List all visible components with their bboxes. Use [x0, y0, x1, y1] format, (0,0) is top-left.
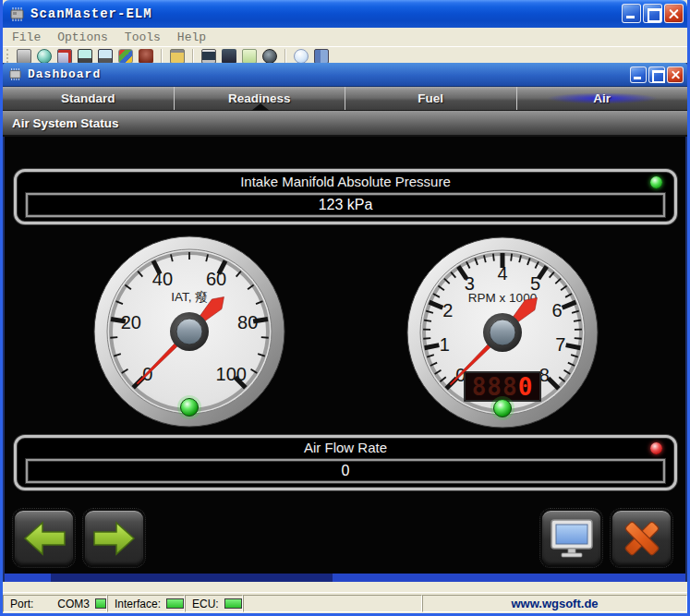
device-icon[interactable]	[222, 49, 236, 64]
interface-status-indicator	[166, 598, 184, 609]
map-panel-led	[650, 176, 662, 188]
svg-text:20: 20	[121, 312, 141, 332]
svg-text:2: 2	[442, 300, 453, 320]
save-icon[interactable]	[57, 49, 72, 64]
svg-text:7: 7	[555, 334, 565, 355]
airflow-panel-led	[650, 442, 662, 454]
book-icon[interactable]	[314, 49, 329, 64]
clipboard-icon[interactable]	[170, 49, 185, 64]
windows-icon[interactable]	[118, 49, 133, 64]
status-empty-panel	[243, 595, 422, 612]
monitor-button[interactable]	[540, 509, 602, 567]
bottom-strip-segment	[51, 574, 333, 582]
status-interface-panel: Interface:	[107, 595, 185, 612]
close-icon[interactable]	[664, 4, 684, 23]
port-label: Port:	[10, 598, 33, 610]
toolbar-separator	[192, 49, 194, 63]
ecu-label: ECU:	[192, 598, 219, 610]
map-panel-value: 123 kPa	[26, 193, 665, 217]
monitor-icon[interactable]	[78, 49, 92, 64]
info-icon[interactable]	[294, 49, 309, 64]
screen-icon[interactable]	[201, 49, 216, 64]
display-icon[interactable]	[98, 49, 113, 64]
exit-button[interactable]	[611, 509, 672, 567]
dashboard-bottom-strip	[5, 574, 685, 582]
titlebar: ScanMaster-ELM	[3, 0, 687, 28]
dashboard-window: Dashboard Standard Readiness Fuel Air Ai…	[3, 63, 687, 582]
tab-air[interactable]: Air	[516, 87, 688, 110]
ecu-status-indicator	[224, 598, 242, 609]
svg-text:40: 40	[152, 269, 173, 289]
dashboard-content: Intake Manifold Absolute Pressure 123 kP…	[5, 137, 685, 574]
pointer-triangle-icon	[251, 103, 270, 111]
dashboard-titlebar: Dashboard	[3, 63, 687, 87]
map-panel: Intake Manifold Absolute Pressure 123 kP…	[14, 169, 677, 224]
toolbar-separator	[161, 49, 163, 63]
airflow-panel: Air Flow Rate 0	[14, 435, 677, 490]
airflow-panel-value: 0	[26, 459, 665, 483]
svg-text:100: 100	[216, 364, 247, 384]
section-header: Air System Status	[3, 111, 687, 137]
status-ecu-panel: ECU:	[185, 595, 243, 612]
airflow-panel-title: Air Flow Rate	[17, 438, 674, 458]
dashboard-minimize-icon[interactable]	[630, 66, 647, 83]
svg-text:60: 60	[206, 269, 226, 289]
app-window: ScanMaster-ELM File Options Tools Help D…	[0, 0, 690, 616]
svg-text:IAT, 癈: IAT, 癈	[171, 290, 208, 304]
prev-button[interactable]	[13, 509, 75, 567]
trash-icon[interactable]	[17, 49, 31, 64]
user-icon[interactable]	[139, 49, 153, 64]
card-icon[interactable]	[242, 49, 257, 64]
statusbar: Port: COM3 Interface: ECU: www.wgsoft.de	[3, 592, 687, 613]
interface-label: Interface:	[115, 598, 161, 610]
svg-text:4: 4	[497, 263, 507, 284]
dashboard-title: Dashboard	[28, 67, 101, 81]
right-arrow-icon	[92, 520, 137, 557]
tabbar: Standard Readiness Fuel Air	[3, 87, 687, 111]
status-port-panel: Port: COM3	[3, 595, 107, 612]
iat-gauge: 020406080100IAT, 癈	[91, 234, 287, 429]
menu-options[interactable]: Options	[49, 30, 116, 44]
app-title: ScanMaster-ELM	[30, 6, 152, 21]
tab-fuel[interactable]: Fuel	[345, 87, 516, 110]
globe-icon[interactable]	[37, 49, 52, 64]
status-website-panel: www.wgsoft.de	[422, 595, 687, 612]
rpm-gauge: 012345678RPM x 10008880	[405, 235, 600, 430]
menu-file[interactable]: File	[3, 30, 49, 44]
tab-standard[interactable]: Standard	[3, 87, 174, 110]
map-panel-title: Intake Manifold Absolute Pressure	[17, 172, 674, 192]
toolbar	[3, 46, 687, 64]
minimize-icon[interactable]	[622, 4, 641, 23]
svg-text:1: 1	[440, 334, 450, 355]
port-status-indicator	[95, 598, 106, 609]
port-value: COM3	[57, 598, 90, 610]
section-title: Air System Status	[12, 116, 119, 130]
app-chip-icon	[9, 7, 25, 21]
menu-tools[interactable]: Tools	[116, 30, 169, 44]
menubar: File Options Tools Help	[3, 28, 687, 46]
toolbar-grip[interactable]	[6, 49, 9, 63]
left-arrow-icon	[22, 520, 67, 557]
dashboard-close-icon[interactable]	[667, 66, 684, 83]
dashboard-maximize-icon[interactable]	[648, 66, 665, 83]
maximize-icon[interactable]	[643, 4, 662, 23]
menu-help[interactable]: Help	[169, 30, 214, 44]
website-link: www.wgsoft.de	[511, 597, 598, 610]
x-close-icon	[621, 517, 663, 560]
wheel-icon[interactable]	[262, 49, 277, 64]
svg-text:6: 6	[552, 300, 563, 320]
toolbar-separator	[284, 49, 286, 63]
next-button[interactable]	[83, 509, 145, 567]
svg-text:80: 80	[237, 312, 258, 332]
monitor-icon	[550, 518, 594, 559]
dashboard-chip-icon	[8, 68, 22, 80]
